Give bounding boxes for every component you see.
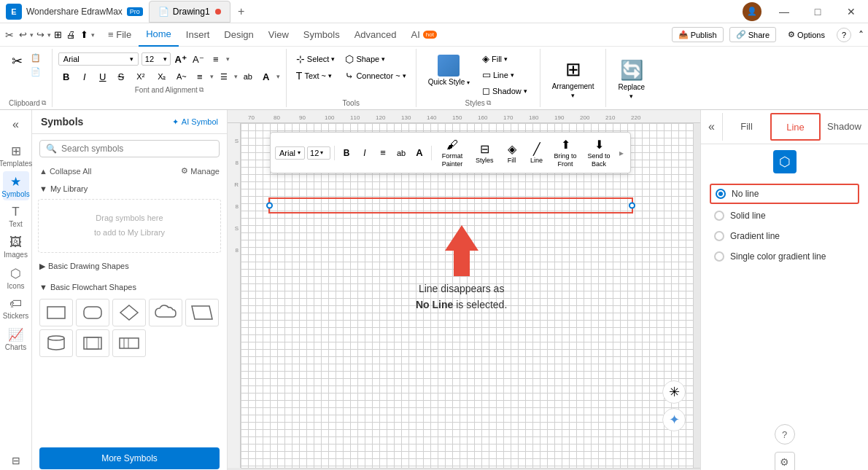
panel-blue-action-btn[interactable]: ⬡ xyxy=(773,150,797,173)
qa-redo[interactable]: ↪ xyxy=(35,28,46,42)
ft-fill-btn[interactable]: ◈ Fill xyxy=(500,140,524,166)
ft-line-btn[interactable]: ╱ Line xyxy=(526,140,548,166)
tab-advanced[interactable]: Advanced xyxy=(347,23,404,47)
selected-element[interactable] xyxy=(268,197,633,214)
sidebar-pages-btn[interactable]: ⊟ xyxy=(3,450,29,470)
shape-item[interactable] xyxy=(76,329,109,357)
bold-btn[interactable]: B xyxy=(58,68,74,85)
tab-drawing1[interactable]: 📄 Drawing1 xyxy=(149,1,230,23)
v-scrollbar[interactable] xyxy=(693,123,700,468)
shape-item[interactable] xyxy=(39,329,73,357)
my-library-header[interactable]: ▼ My Library xyxy=(38,181,221,196)
shadow-btn[interactable]: ◻ Shadow ▾ xyxy=(478,84,531,98)
panel-tab-line[interactable]: Line xyxy=(770,113,821,141)
more-symbols-btn[interactable]: More Symbols xyxy=(39,447,220,469)
font-color-btn[interactable]: A xyxy=(258,68,274,85)
qa-print[interactable]: 🖨 xyxy=(65,28,77,42)
qa-export[interactable]: ⬆ xyxy=(79,28,90,42)
line-option-gradient[interactable]: Gradient line xyxy=(710,227,859,245)
shape-item[interactable] xyxy=(76,299,109,326)
line-btn[interactable]: ▭ Line ▾ xyxy=(478,68,531,82)
ft-styles-btn[interactable]: ⊟ Styles xyxy=(471,140,498,166)
text-style-btn[interactable]: A~ xyxy=(174,68,190,85)
select-btn[interactable]: ⊹ Select ▾ xyxy=(292,52,339,66)
font-decrease-btn[interactable]: A⁻ xyxy=(191,52,206,66)
basic-flowchart-header[interactable]: ▼ Basic Flowchart Shapes xyxy=(38,280,221,294)
manage-btn[interactable]: ⚙ Manage xyxy=(181,166,220,176)
line-option-single-gradient[interactable]: Single color gradient line xyxy=(710,248,859,265)
replace-btn[interactable]: 🔄 Replace ▾ xyxy=(612,56,651,103)
clipboard-paste-btn[interactable]: 📋 xyxy=(28,52,43,64)
tab-file[interactable]: ≡ File xyxy=(101,23,139,47)
shape-item[interactable] xyxy=(39,299,73,326)
sparkle-btn-1[interactable]: ✳ xyxy=(662,380,686,404)
fill-btn[interactable]: ◈ Fill ▾ xyxy=(478,52,531,66)
ft-font-size[interactable]: 12 ▾ xyxy=(307,146,330,160)
font-size-selector[interactable]: 12 ▾ xyxy=(142,52,171,66)
minimize-btn[interactable]: — xyxy=(767,0,801,23)
subscript-btn[interactable]: X₂ xyxy=(152,68,171,85)
superscript-btn[interactable]: X² xyxy=(131,68,150,85)
indent-btn[interactable]: ☰ xyxy=(216,68,232,85)
ft-send-back-btn[interactable]: ⬇ Send to Back xyxy=(584,136,615,170)
user-avatar[interactable]: 👤 xyxy=(743,2,762,21)
font-increase-btn[interactable]: A⁺ xyxy=(174,52,188,66)
ft-font-selector[interactable]: Arial ▾ xyxy=(275,146,305,160)
sidebar-item-charts[interactable]: 📈 Charts xyxy=(3,324,29,353)
ft-align-btn[interactable]: ≡ xyxy=(375,145,391,161)
sidebar-item-stickers[interactable]: 🏷 Stickers xyxy=(3,294,29,323)
clipboard-copy-btn[interactable]: 📄 xyxy=(28,66,43,78)
sidebar-item-text[interactable]: T Text xyxy=(3,202,29,231)
list-btn[interactable]: ≡ xyxy=(192,68,208,85)
italic-btn[interactable]: I xyxy=(77,68,93,85)
collapse-all-btn[interactable]: ▲ Collapse All xyxy=(39,167,91,176)
publish-btn[interactable]: 📤 Publish xyxy=(672,27,724,42)
text-wrap-btn[interactable]: ab xyxy=(240,68,256,85)
sidebar-item-images[interactable]: 🖼 Images xyxy=(3,232,29,262)
sidebar-item-templates[interactable]: ⊞ Templates xyxy=(3,141,29,170)
handle-right[interactable] xyxy=(629,203,635,209)
text-tool-btn[interactable]: T Text ~ ▾ xyxy=(292,68,339,83)
strikethrough-btn[interactable]: S xyxy=(113,68,129,85)
sidebar-item-symbols[interactable]: ★ Symbols xyxy=(3,171,29,200)
underline-btn[interactable]: U xyxy=(95,68,111,85)
help-btn[interactable]: ? xyxy=(837,28,851,42)
font-name-selector[interactable]: Arial ▾ xyxy=(58,52,139,66)
shape-item[interactable] xyxy=(112,299,146,326)
maximize-btn[interactable]: □ xyxy=(801,0,834,23)
tab-home[interactable]: Home xyxy=(139,23,179,47)
panel-settings-btn[interactable]: ⚙ xyxy=(775,452,795,470)
panel-tab-fill[interactable]: Fill xyxy=(723,113,770,141)
panel-expand-btn[interactable]: « xyxy=(701,113,723,141)
panel-help-btn[interactable]: ? xyxy=(775,424,795,444)
line-option-solid[interactable]: Solid line xyxy=(710,207,859,224)
ai-symbol-btn[interactable]: ✦ AI Symbol xyxy=(172,117,218,127)
line-option-no-line[interactable]: No line xyxy=(710,184,859,204)
quick-style-btn[interactable]: Quick Style ▾ xyxy=(422,52,476,89)
sidebar-collapse-btn[interactable]: « xyxy=(3,114,29,135)
shape-item[interactable] xyxy=(185,299,219,326)
tab-insert[interactable]: Insert xyxy=(179,23,217,47)
share-btn[interactable]: 🔗 Share xyxy=(729,27,776,42)
ft-expand-btn[interactable]: ▸ xyxy=(617,146,626,160)
handle-left[interactable] xyxy=(266,203,273,209)
options-btn[interactable]: ⚙ Options xyxy=(782,28,831,42)
qa-undo[interactable]: ↩ xyxy=(18,28,28,42)
ft-wrap-btn[interactable]: ab xyxy=(393,145,409,161)
new-tab-btn[interactable]: + xyxy=(232,2,251,21)
qa-pages[interactable]: ⊞ xyxy=(53,28,63,42)
shape-item[interactable] xyxy=(112,329,146,357)
shape-btn[interactable]: ⬡ Shape ▾ xyxy=(341,52,409,66)
ft-format-painter-btn[interactable]: 🖌 Format Painter xyxy=(435,136,469,170)
tab-symbols[interactable]: Symbols xyxy=(296,23,347,47)
search-input[interactable] xyxy=(61,144,213,154)
tab-view[interactable]: View xyxy=(261,23,296,47)
tab-design[interactable]: Design xyxy=(217,23,260,47)
connector-btn[interactable]: ⤷ Connector ~ ▾ xyxy=(341,68,409,83)
ft-font-color-btn[interactable]: A xyxy=(411,145,427,161)
tab-ai[interactable]: AI hot xyxy=(403,23,443,47)
close-btn[interactable]: ✕ xyxy=(834,0,868,23)
sidebar-item-icons[interactable]: ⬡ Icons xyxy=(3,263,29,292)
panel-tab-shadow[interactable]: Shadow xyxy=(821,113,868,141)
ft-bold-btn[interactable]: B xyxy=(338,145,354,161)
